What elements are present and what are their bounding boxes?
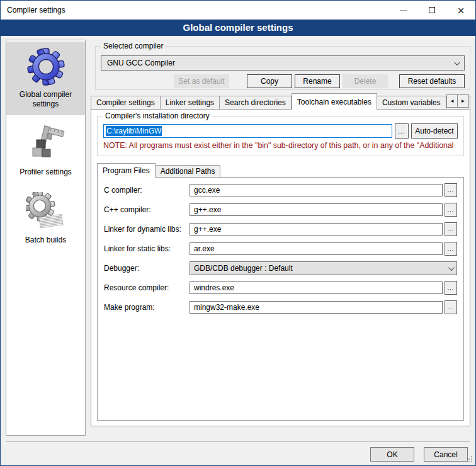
tab-linker-settings[interactable]: Linker settings [161,96,220,110]
field-input[interactable]: gcc.exe [190,184,443,196]
tab-toolchain-executables[interactable]: Toolchain executables [292,93,377,110]
browse-file-button[interactable]: ... [445,203,457,217]
installation-directory-group: Compiler's installation directory C:\ray… [97,116,464,156]
field-label: Linker for dynamic libs: [104,225,190,234]
settings-category-list: Global compiler settings Profiler settin… [6,40,86,436]
close-button[interactable]: × [446,1,475,20]
installation-directory-input[interactable]: C:\raylib\MinGW [103,124,392,138]
tab-scroll-left-button[interactable]: ◄ [446,94,458,108]
selected-compiler-group: Selected compiler GNU GCC Compiler Set a… [95,46,470,90]
program-row-resource-compiler: Resource compiler: windres.exe ... [104,281,457,295]
installation-directory-group-label: Compiler's installation directory [103,111,212,120]
close-icon: × [457,4,464,16]
gear-stack-icon [26,192,66,232]
bin-subdirectory-note: NOTE: All programs must exist either in … [103,141,462,150]
rename-button[interactable]: Rename [295,74,340,88]
field-value: g++.exe [194,205,221,214]
field-input[interactable]: g++.exe [190,223,443,236]
field-label: C compiler: [104,186,190,195]
footer-divider [6,441,470,442]
field-label: Linker for static libs: [104,244,190,253]
browse-file-button[interactable]: ... [445,242,457,256]
compiler-settings-dialog: Compiler settings × Global compiler sett… [0,0,476,466]
cancel-button[interactable]: Cancel [424,447,468,462]
sidebar-item-global-compiler-settings[interactable]: Global compiler settings [6,42,85,115]
chevron-down-icon [448,264,455,271]
program-row-linker-for-static-libs: Linker for static libs: ar.exe ... [104,242,457,256]
set-as-default-button: Set as default [174,74,229,88]
sidebar-item-label: Global compiler settings [8,90,84,109]
maximize-button[interactable] [417,1,446,20]
sidebar-item-batch-builds[interactable]: Batch builds [6,187,85,251]
program-row-c++-compiler: C++ compiler: g++.exe ... [104,203,457,217]
program-row-make-program: Make program: mingw32-make.exe ... [104,300,457,314]
field-value: ar.exe [194,244,215,253]
sidebar-item-label: Batch builds [25,236,66,245]
copy-button[interactable]: Copy [247,74,292,88]
settings-tabs: Compiler settingsLinker settingsSearch d… [91,93,470,110]
installation-directory-value: C:\raylib\MinGW [106,126,162,136]
browse-file-button[interactable]: ... [445,300,457,314]
sidebar-item-label: Profiler settings [20,168,72,177]
installation-directory-row: C:\raylib\MinGW ... Auto-detect [103,123,458,139]
field-label: Make program: [104,303,190,312]
ok-button[interactable]: OK [370,447,414,462]
window-title: Compiler settings [7,6,65,14]
field-label: C++ compiler: [104,205,190,214]
selected-compiler-group-label: Selected compiler [101,42,166,50]
compiler-actions: Set as defaultCopyRenameDeleteReset defa… [101,74,465,88]
tab-search-directories[interactable]: Search directories [220,96,292,110]
titlebar: Compiler settings × [1,1,475,20]
tab-scroll-right-button[interactable]: ► [458,94,469,108]
field-input[interactable]: mingw32-make.exe [190,301,443,314]
chevron-down-icon [454,59,460,65]
program-row-debugger: Debugger: GDB/CDB debugger : Default [104,261,457,275]
field-label: Debugger: [104,264,190,273]
program-tabs: Program FilesAdditional Paths [97,163,464,178]
subtab-additional-paths[interactable]: Additional Paths [156,165,221,178]
maximize-icon [429,7,435,13]
program-row-linker-for-dynamic-libs: Linker for dynamic libs: g++.exe ... [104,222,457,236]
field-input[interactable]: windres.exe [190,281,443,294]
field-label: Resource compiler: [104,283,190,292]
tab-compiler-settings[interactable]: Compiler settings [91,96,161,110]
page-title: Global compiler settings [1,20,475,36]
field-input[interactable]: g++.exe [190,203,443,216]
blue-gear-icon [26,47,66,87]
browse-directory-button[interactable]: ... [395,123,409,139]
toolchain-executables-page: Compiler's installation directory C:\ray… [91,109,470,426]
window-controls: × [388,1,475,20]
program-row-c-compiler: C compiler: gcc.exe ... [104,183,457,197]
minimize-button[interactable] [388,1,417,20]
browse-file-button[interactable]: ... [445,183,457,197]
compiler-select-value: GNU GCC Compiler [107,59,175,67]
subtab-program-files[interactable]: Program Files [97,163,156,178]
browse-file-button[interactable]: ... [445,281,457,295]
auto-detect-button[interactable]: Auto-detect [411,123,458,139]
tab-custom-variables[interactable]: Custom variables [377,96,446,110]
caliper-icon [26,124,66,164]
browse-file-button[interactable]: ... [445,222,457,236]
field-value: gcc.exe [194,186,220,195]
sidebar-item-profiler-settings[interactable]: Profiler settings [6,119,85,183]
resize-grip[interactable] [466,456,472,462]
delete-button: Delete [343,74,388,88]
minimize-icon [400,10,407,11]
debugger-select-value: GDB/CDB debugger : Default [194,264,293,273]
reset-defaults-button[interactable]: Reset defaults [399,74,465,88]
compiler-select[interactable]: GNU GCC Compiler [101,55,465,71]
tab-scroll-buttons: ◄ ► [446,94,469,108]
debugger-select[interactable]: GDB/CDB debugger : Default [190,261,457,275]
program-files-page: C compiler: gcc.exe ...C++ compiler: g++… [97,177,464,421]
field-value: windres.exe [194,283,234,292]
field-value: g++.exe [194,225,221,234]
field-input[interactable]: ar.exe [190,242,443,255]
field-value: mingw32-make.exe [194,303,259,312]
